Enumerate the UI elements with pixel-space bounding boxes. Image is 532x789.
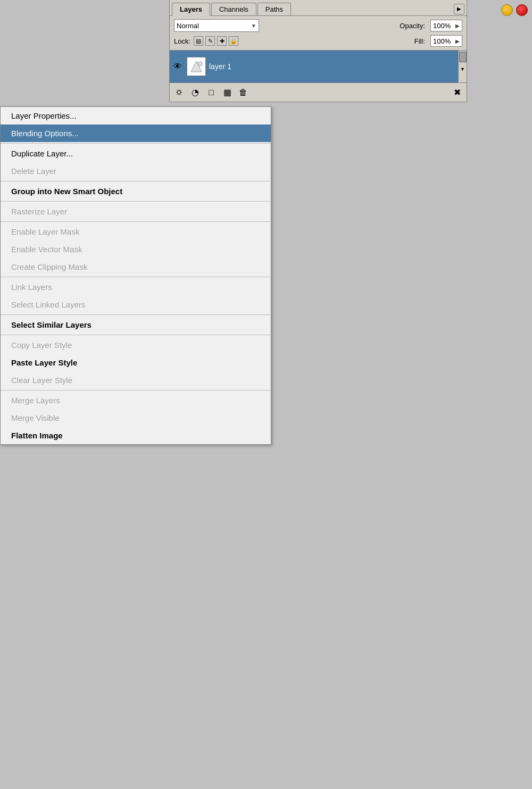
panel-footer: ⛭ ◔ □ ▦ 🗑 ✖ bbox=[170, 82, 467, 102]
opacity-input[interactable]: 100% ▶ bbox=[430, 20, 462, 31]
panel-tabs: Layers Channels Paths ▶ bbox=[170, 0, 467, 16]
scrollbar-down-arrow[interactable]: ▼ bbox=[459, 65, 467, 73]
menu-separator bbox=[1, 143, 271, 144]
new-layer-icon[interactable]: ▦ bbox=[221, 86, 234, 99]
opacity-label: Opacity: bbox=[400, 22, 425, 30]
add-style-icon[interactable]: ⛭ bbox=[173, 86, 186, 99]
fill-arrow: ▶ bbox=[455, 38, 460, 44]
blend-opacity-row: Normal ▼ Opacity: 100% ▶ bbox=[174, 19, 462, 32]
menu-separator bbox=[1, 277, 271, 277]
lock-label: Lock: bbox=[174, 37, 190, 45]
close-button[interactable] bbox=[516, 4, 528, 16]
menu-item-paste-layer-style[interactable]: Paste Layer Style bbox=[1, 354, 271, 371]
tab-layers[interactable]: Layers bbox=[172, 3, 210, 16]
layer-thumb-svg bbox=[188, 59, 204, 74]
opacity-arrow: ▶ bbox=[455, 23, 460, 29]
menu-separator bbox=[1, 201, 271, 202]
window-controls bbox=[501, 4, 528, 16]
delete-layer-icon[interactable]: 🗑 bbox=[237, 86, 250, 99]
lock-fill-row: Lock: ▤ ✎ ✚ 🔒 Fill: 100% ▶ bbox=[174, 35, 462, 47]
layers-panel: Layers Channels Paths ▶ Normal ▼ Opacity… bbox=[169, 0, 467, 102]
menu-item-link-layers: Link Layers bbox=[1, 278, 271, 296]
menu-separator bbox=[1, 335, 271, 335]
blend-mode-select[interactable]: Normal ▼ bbox=[174, 19, 259, 32]
panel-controls: Normal ▼ Opacity: 100% ▶ Lock: ▤ ✎ ✚ 🔒 F… bbox=[170, 16, 467, 50]
new-group-icon[interactable]: □ bbox=[205, 86, 218, 99]
menu-separator bbox=[1, 181, 271, 181]
lock-transparency-icon[interactable]: ▤ bbox=[194, 36, 203, 46]
menu-item-flatten-image[interactable]: Flatten Image bbox=[1, 427, 271, 444]
layer-item[interactable]: 👁 layer 1 bbox=[170, 51, 467, 82]
more-icon[interactable]: ✖ bbox=[451, 86, 463, 99]
context-menu: Layer Properties...Blending Options...Du… bbox=[0, 106, 271, 445]
blend-mode-arrow: ▼ bbox=[251, 23, 256, 29]
svg-point-1 bbox=[198, 62, 202, 66]
menu-item-duplicate-layer[interactable]: Duplicate Layer... bbox=[1, 145, 271, 162]
menu-item-merge-visible: Merge Visible bbox=[1, 409, 271, 427]
menu-item-select-similar-layers[interactable]: Select Similar Layers bbox=[1, 316, 271, 334]
menu-item-layer-properties[interactable]: Layer Properties... bbox=[1, 107, 271, 124]
tab-channels[interactable]: Channels bbox=[211, 3, 256, 15]
menu-separator bbox=[1, 390, 271, 391]
lock-paint-icon[interactable]: ✎ bbox=[205, 36, 215, 46]
lock-icons: ▤ ✎ ✚ 🔒 bbox=[194, 36, 238, 46]
tab-paths[interactable]: Paths bbox=[257, 3, 291, 15]
menu-separator bbox=[1, 314, 271, 315]
menu-item-merge-layers: Merge Layers bbox=[1, 392, 271, 409]
menu-separator bbox=[1, 221, 271, 222]
layer-visibility-icon[interactable]: 👁 bbox=[172, 61, 184, 72]
fill-input[interactable]: 100% ▶ bbox=[430, 35, 462, 47]
menu-item-blending-options[interactable]: Blending Options... bbox=[1, 124, 271, 142]
fill-label: Fill: bbox=[414, 37, 425, 45]
layer-name: layer 1 bbox=[209, 62, 231, 71]
panel-menu-button[interactable]: ▶ bbox=[454, 4, 464, 14]
menu-item-rasterize-layer: Rasterize Layer bbox=[1, 203, 271, 220]
menu-item-delete-layer: Delete Layer bbox=[1, 162, 271, 180]
menu-item-group-smart[interactable]: Group into New Smart Object bbox=[1, 182, 271, 200]
minimize-button[interactable] bbox=[501, 4, 513, 16]
layer-list-scrollbar[interactable]: ▼ bbox=[458, 51, 467, 82]
menu-item-enable-layer-mask: Enable Layer Mask bbox=[1, 223, 271, 240]
scrollbar-thumb[interactable] bbox=[459, 52, 467, 62]
lock-position-icon[interactable]: ✚ bbox=[217, 36, 227, 46]
menu-item-copy-layer-style: Copy Layer Style bbox=[1, 336, 271, 354]
menu-item-create-clipping-mask: Create Clipping Mask bbox=[1, 258, 271, 276]
menu-item-enable-vector-mask: Enable Vector Mask bbox=[1, 240, 271, 258]
lock-all-icon[interactable]: 🔒 bbox=[229, 36, 238, 46]
layer-list: 👁 layer 1 ▼ bbox=[170, 50, 467, 82]
layer-thumbnail bbox=[187, 57, 206, 76]
menu-item-select-linked-layers: Select Linked Layers bbox=[1, 296, 271, 313]
adjustment-icon[interactable]: ◔ bbox=[189, 86, 202, 99]
menu-item-clear-layer-style: Clear Layer Style bbox=[1, 371, 271, 389]
